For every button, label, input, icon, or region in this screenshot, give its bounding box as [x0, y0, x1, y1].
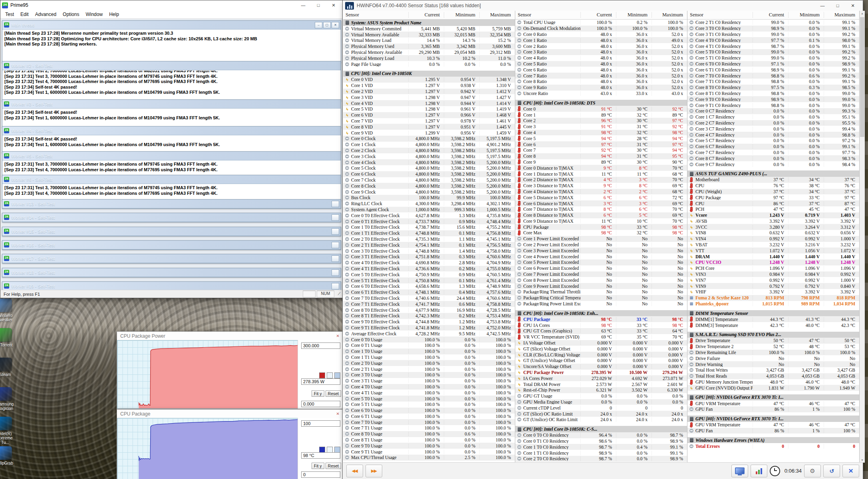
sensor-row[interactable]: ϟVBAT3.232 V3.216 V3.232 V: [687, 242, 859, 248]
sensor-row[interactable]: Drive FailureNoNoNo: [687, 355, 859, 361]
restore-button[interactable]: [332, 255, 339, 262]
sensor-row[interactable]: Total Host Reads4,053 GB4,053 GB4,053 GB: [687, 373, 859, 379]
sensor-row[interactable]: ϟCore 4 VID1.298 V0.944 V1.414 V: [343, 100, 515, 106]
sensor-row[interactable]: Core 5 T0 C0 Residency99.0 %0.0 %99.2 %: [687, 49, 859, 55]
sensor-row[interactable]: Core 1 Ratio48.0 x36.0 x49.0 x: [515, 37, 687, 43]
sensor-row[interactable]: Core 7 T0 Usage100.0 %0.0 %100.0 %: [343, 419, 515, 425]
sensor-row[interactable]: Core 5 Clock4,800.0 MHz3,598.2 MHz5,200.…: [343, 165, 515, 171]
sensor-row[interactable]: Core 9 C7 Residency0.0 %0.0 %98.4 %: [687, 161, 859, 167]
sensor-row[interactable]: Max CPU/Thread Usage100.0 %2.5 %100.0 %: [343, 455, 515, 461]
graph-max-field[interactable]: 300.000: [301, 342, 340, 349]
sensor-row[interactable]: Core 1 T1 Effective Clock4,748.8 MHz0.1 …: [343, 230, 515, 236]
sensor-row[interactable]: System Agent Clock1,000.0 MHz999.3 MHz1,…: [343, 207, 515, 213]
sensor-row[interactable]: Core 9 T0 C0 Residency98.9 %0.0 %99.0 %: [687, 96, 859, 102]
worker-window-titlebar[interactable]: 24Worker #4 - Self-Test: [2, 127, 341, 135]
columns-forward-button[interactable]: ▶▶: [365, 465, 382, 477]
sensor-row[interactable]: Core 8 C7 Residency0.0 %0.0 %98.3 %: [687, 155, 859, 161]
sensor-row[interactable]: Core 6 Distance to TjMAX3 °C3 °C69 °C: [515, 200, 687, 206]
sensor-row[interactable]: ϟVIN80.632 V0.632 V0.656 V: [687, 230, 859, 236]
sensor-row[interactable]: Core 1 Distance to TjMAX11 °C11 °C68 °C: [515, 171, 687, 177]
close-button[interactable]: ✕: [326, 1, 341, 9]
sensor-row[interactable]: ϟVTT1.072 V1.056 V1.072 V: [687, 247, 859, 253]
sensor-row[interactable]: Physical Memory Load10.3 %10.2 %11.0 %: [343, 55, 515, 61]
sensor-row[interactable]: Core 2 T0 Usage100.0 %0.0 %100.0 %: [343, 360, 515, 366]
sensor-row[interactable]: Core 2 T1 Effective Clock4,754.1 MHz0.1 …: [343, 242, 515, 248]
sensor-row[interactable]: Core 4 T0 C0 Residency97.7 %0.1 %98.0 %: [687, 37, 859, 43]
restore-button[interactable]: [332, 214, 339, 221]
sensor-row[interactable]: Core 4 Ratio48.0 x36.0 x52.0 x: [515, 55, 687, 61]
restore-button[interactable]: [332, 242, 339, 248]
sensor-row[interactable]: Core 6 T1 Effective Clock4,748.1 MHz0.4 …: [343, 289, 515, 295]
sensor-row[interactable]: Core 0 C7 Residency0.0 %0.0 %99.3 %: [687, 108, 859, 114]
scrollbar-thumb[interactable]: [860, 17, 864, 137]
graph-min-field[interactable]: 0.000: [301, 401, 340, 407]
sensor-row[interactable]: Core 8 Power Limit ExceededNoNoNo: [515, 277, 687, 283]
sensor-row[interactable]: VR VCC Temperature (SVID)69 °C35 °C70 °C: [515, 334, 687, 340]
close-button[interactable]: ✕: [845, 2, 860, 10]
desktop-icon-samsung-magician[interactable]: Samsung Magician: [0, 387, 17, 411]
sensor-row[interactable]: Core 5 Power Limit ExceededNoNoNo: [515, 259, 687, 265]
sensor-row[interactable]: ϟRest-of-Chip Power6.321 W3.502 W6.330 W: [515, 387, 687, 393]
sensor-row[interactable]: ϟIA Cores Power272.029 W4.692 W273.071 W: [515, 375, 687, 381]
desktop-icon-steam[interactable]: Steam: [0, 358, 17, 377]
close-icon[interactable]: ✕: [336, 334, 340, 338]
sensor-row[interactable]: Core 3 T0 Usage100.0 %0.0 %100.0 %: [343, 372, 515, 378]
sensor-row[interactable]: CPU GT Cores (Graphics)63 °C33 °C64 °C: [515, 328, 687, 334]
close-button[interactable]: ✕: [332, 22, 339, 28]
graph-titlebar[interactable]: CPU Package Power✕: [117, 332, 343, 340]
sensor-row[interactable]: Core 8 T0 Usage100.0 %0.6 %100.0 %: [343, 431, 515, 437]
sensor-row[interactable]: ϟGPU Core (NVVDD) Output Power1.831 W1.7…: [687, 385, 859, 391]
sensor-row[interactable]: Core Max98 °C32 °C98 °C: [515, 230, 687, 236]
sensor-row[interactable]: GPU Media Engine Usage0.0 %0.0 %0.0 %: [515, 399, 687, 405]
sensor-row[interactable]: Core 9 T0 Effective Clock4,744.8 MHz1.2 …: [343, 319, 515, 325]
sensor-row[interactable]: ϟVHIF3.392 V3.392 V3.392 V: [687, 289, 859, 295]
restore-button[interactable]: ▢: [323, 22, 331, 28]
sensor-row[interactable]: ϟCore 2 VID1.297 V0.942 V1.412 V: [343, 89, 515, 95]
sensor-row[interactable]: Core 7 T1 C0 Residency98.8 %0.0 %99.1 %: [687, 79, 859, 85]
sensor-row[interactable]: ϟCore 0 VID1.295 V0.954 V1.348 V: [343, 77, 515, 83]
sensor-row[interactable]: Core 594 °C28 °C94 °C: [515, 135, 687, 141]
sensor-row[interactable]: Core 5 Distance to TjMAX6 °C6 °C72 °C: [515, 194, 687, 200]
sensor-row[interactable]: Core 0 T0 Effective Clock4,627.8 MHz1.3 …: [343, 212, 515, 218]
sensor-row[interactable]: Core 6 Ratio48.0 x36.0 x52.0 x: [515, 67, 687, 73]
sensor-row[interactable]: On-Demand Clock Modulation100.0 %100.0 %…: [515, 26, 687, 32]
sensor-row[interactable]: Core 7 Power Limit ExceededNoNoNo: [515, 271, 687, 277]
worker-window-titlebar[interactable]: 24Worker #3 - Self-Test: [2, 100, 341, 109]
sensor-row[interactable]: CPU IA Cores98 °C33 °C98 °C: [515, 322, 687, 328]
sensor-row[interactable]: Core 189 °C32 °C89 °C: [515, 112, 687, 118]
sensor-row[interactable]: Core 8 T0 Effective Clock4,677.9 MHz16.9…: [343, 307, 515, 313]
restore-button[interactable]: [332, 201, 339, 207]
sensor-row[interactable]: Core 4 T1 Effective Clock4,736.6 MHz0.2 …: [343, 266, 515, 272]
sensor-row[interactable]: Core 5 T1 Effective Clock4,750.8 MHz0.1 …: [343, 277, 515, 283]
sensor-row[interactable]: PCH47 °C45 °C47 °C: [687, 206, 859, 212]
sensor-row[interactable]: Core 7 T1 Usage100.0 %0.0 %100.0 %: [343, 425, 515, 431]
worker-window-titlebar[interactable]: 24Main thread–▢✕: [2, 21, 341, 30]
menu-item-help[interactable]: Help: [106, 12, 122, 17]
sensor-row[interactable]: ϟPCH Core1.096 V1.096 V1.096 V: [687, 265, 859, 271]
sensor-row[interactable]: Core 2 T1 Usage100.0 %0.0 %100.0 %: [343, 366, 515, 372]
sensor-row[interactable]: Core 2 Power Limit ExceededNoNoNo: [515, 242, 687, 248]
sensor-row[interactable]: Core 3 T0 C0 Residency98.9 %0.0 %99.1 %: [687, 26, 859, 32]
sensor-row[interactable]: Core 9 T1 C0 Residency98.8 %0.0 %99.0 %: [687, 102, 859, 108]
sensor-row[interactable]: ϟGT (Unslice) Voltage Offset0.000 V0.000…: [515, 358, 687, 364]
sensor-row[interactable]: Core 3 T1 Effective Clock4,751.8 MHz0.3 …: [343, 254, 515, 260]
sensor-row[interactable]: Core 1 Clock4,800.0 MHz3,598.2 MHz4,901.…: [343, 142, 515, 148]
sensor-row[interactable]: ϟVIN30.984 V0.984 V0.992 V: [687, 271, 859, 277]
grid-color-swatch[interactable]: [334, 447, 340, 453]
sensor-row[interactable]: Core 7 Ratio48.0 x36.0 x52.0 x: [515, 73, 687, 79]
sensor-row[interactable]: GPU Fan86 %1 %100 %: [687, 428, 859, 434]
worker-window-titlebar[interactable]: 24Worker #13 - Self-Test: [2, 200, 341, 208]
sensor-row[interactable]: CPU Package97 °C33 °C97 °C: [687, 194, 859, 200]
sensor-row[interactable]: ϟ3VCC3.280 V3.264 V3.312 V: [687, 224, 859, 230]
background-color-swatch[interactable]: [327, 372, 333, 378]
sensor-row[interactable]: GPU GT Usage0.0 %0.0 %0.0 %: [515, 393, 687, 399]
exit-button[interactable]: ✕: [842, 465, 859, 477]
sensor-row[interactable]: ϟCPU Package Power278.395 W10.500 W279.2…: [515, 370, 687, 376]
sensor-row[interactable]: Core 1 T0 C0 Residency98.7 %0.4 %99.1 %: [515, 444, 687, 450]
sensor-row[interactable]: Core 792 °C30 °C94 °C: [515, 147, 687, 153]
sensor-row[interactable]: ϟTotal DRAM Power2.573 W2.567 W2.601 W: [515, 381, 687, 387]
desktop-icon-clipgrab[interactable]: ClipGrab: [0, 446, 17, 465]
resize-grip[interactable]: ⟋: [336, 291, 343, 297]
maximize-button[interactable]: □: [830, 2, 845, 10]
minimize-button[interactable]: —: [815, 2, 830, 10]
